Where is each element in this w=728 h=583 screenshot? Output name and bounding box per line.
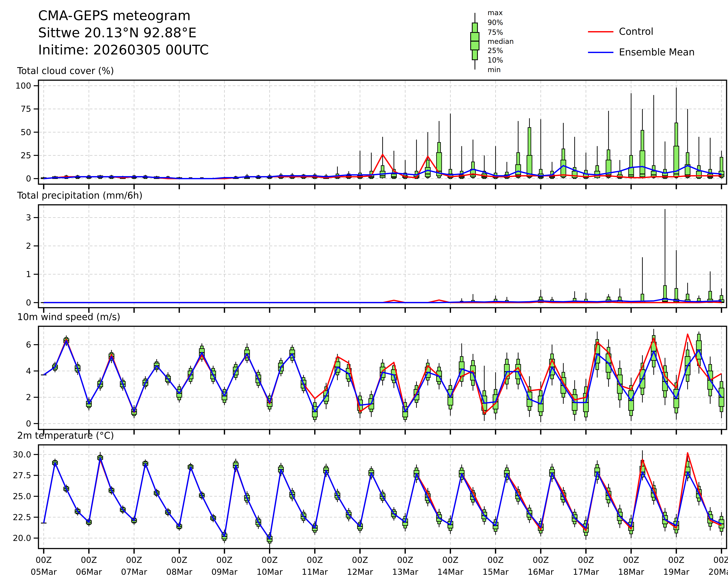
precip-y-axis: 0123 bbox=[26, 213, 38, 307]
svg-text:00Z: 00Z bbox=[442, 555, 459, 565]
svg-text:00Z: 00Z bbox=[487, 555, 503, 565]
panel-precip: 0123 bbox=[26, 205, 727, 313]
precip-box-plots bbox=[41, 209, 724, 303]
svg-text:00Z: 00Z bbox=[307, 555, 323, 565]
svg-text:00Z: 00Z bbox=[126, 555, 142, 565]
svg-text:16Mar: 16Mar bbox=[528, 567, 554, 577]
svg-text:17Mar: 17Mar bbox=[573, 567, 599, 577]
svg-text:10Mar: 10Mar bbox=[257, 567, 283, 577]
svg-text:0: 0 bbox=[26, 298, 31, 307]
svg-text:08Mar: 08Mar bbox=[166, 567, 192, 577]
svg-text:6: 6 bbox=[26, 340, 31, 350]
meteogram-chart: 02550751000123024620.022.525.027.530.000… bbox=[0, 0, 728, 583]
cloud-y-axis: 0255075100 bbox=[16, 81, 38, 184]
svg-text:00Z: 00Z bbox=[262, 555, 278, 565]
svg-text:20Mar: 20Mar bbox=[708, 567, 728, 577]
svg-text:00Z: 00Z bbox=[35, 555, 52, 565]
svg-text:00Z: 00Z bbox=[713, 555, 728, 565]
svg-text:00Z: 00Z bbox=[397, 555, 413, 565]
svg-text:06Mar: 06Mar bbox=[76, 567, 102, 577]
svg-text:27.5: 27.5 bbox=[13, 471, 31, 480]
svg-text:4: 4 bbox=[26, 366, 31, 376]
svg-text:11Mar: 11Mar bbox=[302, 567, 328, 577]
svg-text:00Z: 00Z bbox=[216, 555, 233, 565]
svg-text:13Mar: 13Mar bbox=[392, 567, 418, 577]
svg-text:00Z: 00Z bbox=[81, 555, 97, 565]
panel-cloud: 0255075100 bbox=[16, 80, 727, 189]
cloud-box-plots bbox=[41, 88, 724, 179]
svg-text:00Z: 00Z bbox=[578, 555, 594, 565]
wind-y-axis: 0246 bbox=[26, 340, 38, 428]
svg-text:25.0: 25.0 bbox=[13, 492, 31, 501]
svg-text:14Mar: 14Mar bbox=[437, 567, 464, 577]
svg-text:19Mar: 19Mar bbox=[663, 567, 690, 577]
meteogram-page: { "header": { "title": "CMA-GEPS meteogr… bbox=[0, 0, 728, 583]
panel-temp: 20.022.525.027.530.0 bbox=[13, 445, 727, 554]
svg-text:00Z: 00Z bbox=[668, 555, 684, 565]
temp-y-axis: 20.022.525.027.530.0 bbox=[13, 450, 38, 543]
x-axis-labels: 00Z05Mar00Z06Mar00Z07Mar00Z08Mar00Z09Mar… bbox=[31, 555, 728, 577]
svg-text:00Z: 00Z bbox=[352, 555, 368, 565]
svg-text:25: 25 bbox=[21, 151, 31, 160]
svg-text:15Mar: 15Mar bbox=[483, 567, 509, 577]
svg-text:00Z: 00Z bbox=[623, 555, 639, 565]
temp-x-ticks bbox=[44, 549, 722, 554]
svg-text:0: 0 bbox=[26, 174, 31, 184]
wind-box-plots bbox=[41, 329, 724, 422]
svg-text:18Mar: 18Mar bbox=[618, 567, 644, 577]
cloud-x-ticks bbox=[44, 184, 722, 189]
svg-text:00Z: 00Z bbox=[533, 555, 549, 565]
svg-text:50: 50 bbox=[21, 128, 31, 137]
precip-frame bbox=[38, 205, 727, 308]
svg-text:0: 0 bbox=[26, 419, 31, 428]
svg-text:07Mar: 07Mar bbox=[121, 567, 147, 577]
svg-text:22.5: 22.5 bbox=[13, 512, 31, 522]
svg-text:3: 3 bbox=[26, 213, 31, 222]
svg-text:1: 1 bbox=[26, 270, 31, 279]
svg-text:20.0: 20.0 bbox=[13, 533, 31, 543]
svg-text:100: 100 bbox=[16, 81, 31, 90]
svg-text:2: 2 bbox=[26, 241, 31, 251]
svg-text:00Z: 00Z bbox=[171, 555, 187, 565]
svg-text:30.0: 30.0 bbox=[13, 450, 31, 459]
svg-text:12Mar: 12Mar bbox=[347, 567, 373, 577]
panel-wind: 0246 bbox=[26, 326, 727, 435]
precip-x-ticks bbox=[44, 308, 722, 313]
svg-text:2: 2 bbox=[26, 392, 31, 402]
temp-box-plots bbox=[41, 450, 724, 548]
svg-text:75: 75 bbox=[21, 104, 31, 114]
precip-grid bbox=[39, 205, 726, 307]
wind-x-ticks bbox=[44, 429, 722, 435]
svg-text:09Mar: 09Mar bbox=[211, 567, 238, 577]
svg-text:05Mar: 05Mar bbox=[31, 567, 57, 577]
